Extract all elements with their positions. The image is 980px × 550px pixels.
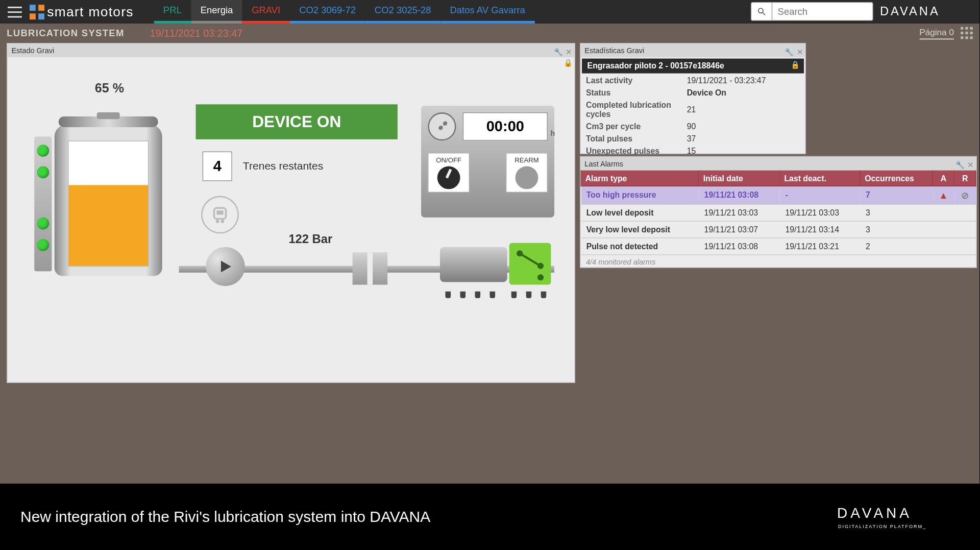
switch-onoff[interactable]: ON/OFF [428,153,470,193]
col-occurrences[interactable]: Occurrences [861,171,933,186]
nav-tabs: PRL Energia GRAVI CO2 3069-72 CO2 3025-2… [154,0,534,23]
stat-value: 19/11/2021 - 03:23:47 [681,75,805,87]
svg-text:DAVANA: DAVANA [837,505,912,521]
panel-title: Estado Gravi [11,46,54,55]
status-lights [34,137,52,272]
warning-icon: ▲ [939,190,948,201]
tank-level: 65 % [95,81,124,95]
panel-title: Estadísticas Gravi [584,46,644,55]
alarm-type: Pulse not detected [581,238,699,255]
stat-key: Completed lubrication cycles [580,99,681,121]
train-icon [201,196,239,234]
tab-energia[interactable]: Energia [191,0,242,23]
wrench-icon[interactable]: 🔧 [955,158,965,172]
alarms-footer: 4/4 monitored alarms [580,255,976,269]
stat-key: Total pulses [580,133,681,145]
close-icon[interactable]: ✕ [797,45,803,58]
svg-text:DIGITALIZATION PLATFORM_: DIGITALIZATION PLATFORM_ [838,524,926,529]
alarm-init: 19/11/21 03:08 [699,186,780,204]
page-indicator[interactable]: Página 0 [919,27,954,39]
stat-value: 21 [681,99,805,121]
page-datetime: 19/11/2021 03:23:47 [150,27,242,38]
svg-rect-6 [216,210,223,214]
svg-point-9 [537,274,544,280]
alarm-type: Too high pressure [581,186,699,204]
knob-icon [437,166,460,189]
stat-value: Device On [681,87,805,99]
search-icon [757,7,766,16]
tab-co2-3025[interactable]: CO2 3025-28 [365,0,440,23]
wrench-icon[interactable]: 🔧 [554,45,563,58]
trains-remaining-label: Trenes restantes [243,160,323,173]
tab-gravi[interactable]: GRAVI [242,0,290,23]
col-r[interactable]: R [954,171,976,186]
status-light-4 [37,239,49,251]
status-light-2 [37,166,49,179]
alarm-occ: 2 [861,238,933,255]
alarm-row[interactable]: Low level deposit19/11/21 03:0319/11/21 … [581,204,976,221]
trains-remaining-count: 4 [203,152,232,181]
alarm-init: 19/11/21 03:03 [699,204,780,221]
col-last-deact[interactable]: Last deact. [780,171,861,186]
panel-alarms: Last Alarms 🔧✕ Alarm type Initial date L… [580,156,977,268]
page-title: LUBRICATION SYSTEM [7,28,124,38]
alarm-row[interactable]: Too high pressure19/11/21 03:08-7▲⊘ [581,186,976,204]
alarm-a-icon: ▲ [933,186,954,204]
alarm-deact: - [780,186,861,204]
alarm-occ: 3 [861,204,933,221]
panel-estado-gravi: Estado Gravi 🔧✕ 🔒 65 % DEVICE ON 4 Trene… [7,43,575,383]
svg-point-5 [221,220,225,223]
lock-icon[interactable]: 🔒 [564,59,573,67]
pressure-value: 122 Bar [288,232,332,247]
stat-value: 90 [681,121,805,133]
lubricant-tank [55,125,162,276]
davana-logo-small: DAVANA [880,4,974,20]
alarm-init: 19/11/21 03:07 [699,221,780,238]
alarm-deact: 19/11/21 03:21 [780,238,861,255]
search-input[interactable] [772,2,873,21]
app-logo-text: smart motors [47,4,134,19]
close-icon[interactable]: ✕ [566,45,572,58]
status-light-3 [37,218,49,230]
tank-fill [68,185,148,266]
alarm-row[interactable]: Pulse not detected19/11/21 03:0819/11/21… [581,238,976,255]
col-alarm-type[interactable]: Alarm type [581,171,699,186]
tab-co2-3069[interactable]: CO2 3069-72 [290,0,365,23]
alarm-a-icon [933,221,954,238]
stat-value: 37 [681,133,805,145]
lock-icon[interactable]: 🔒 [791,61,800,69]
svg-text:DAVANA: DAVANA [880,5,940,18]
panel-title: Last Alarms [584,159,623,168]
grid-view-icon[interactable] [961,27,973,39]
alarm-r-icon [954,221,976,238]
alarm-deact: 19/11/21 03:03 [780,204,861,221]
device-status: DEVICE ON [196,104,398,139]
alarm-occ: 3 [861,221,933,238]
stat-key: Unexpected pulses [580,145,681,157]
svg-point-0 [758,8,763,13]
alarm-r-icon [954,238,976,255]
tab-prl[interactable]: PRL [154,0,191,23]
timer-unit: h [550,129,555,137]
motor-indicator [509,243,551,285]
fan-icon [428,112,456,140]
davana-logo-large: DAVANA DIGITALIZATION PLATFORM_ [837,503,960,531]
hamburger-icon[interactable] [6,3,24,21]
search-button[interactable] [751,2,772,21]
alarm-a-icon [933,204,954,221]
timer-display: 00:00 h [463,112,548,140]
stat-key: Cm3 per cycle [580,121,681,133]
alarm-row[interactable]: Very low level deposit19/11/21 03:0719/1… [581,221,976,238]
device-title: Engrasador piloto 2 - 00157e18846e🔒 [582,59,804,74]
stat-key: Last activity [580,75,681,87]
alarm-init: 19/11/21 03:08 [699,238,780,255]
motor-block [440,241,554,293]
svg-line-10 [520,253,541,266]
pump-icon [206,247,244,286]
col-initial-date[interactable]: Initial date [699,171,780,186]
tab-av-gavarra[interactable]: Datos AV Gavarra [440,0,534,23]
wrench-icon[interactable]: 🔧 [785,45,794,58]
switch-rearm[interactable]: REARM [506,153,548,193]
close-icon[interactable]: ✕ [967,158,973,172]
col-a[interactable]: A [933,171,954,186]
